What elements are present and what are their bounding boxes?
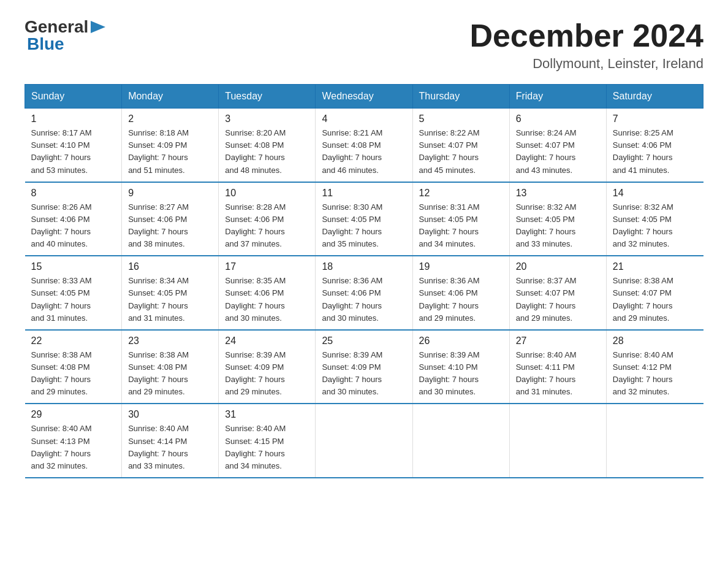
week-row-3: 15 Sunrise: 8:33 AMSunset: 4:05 PMDaylig… <box>25 256 703 330</box>
day-cell: 5 Sunrise: 8:22 AMSunset: 4:07 PMDayligh… <box>412 109 509 182</box>
day-info: Sunrise: 8:32 AMSunset: 4:05 PMDaylight:… <box>613 202 673 248</box>
logo-general-text: General <box>25 18 88 36</box>
day-cell: 21 Sunrise: 8:38 AMSunset: 4:07 PMDaylig… <box>606 256 703 330</box>
day-cell: 25 Sunrise: 8:39 AMSunset: 4:09 PMDaylig… <box>316 330 412 404</box>
header-monday: Monday <box>122 85 219 109</box>
day-info: Sunrise: 8:18 AMSunset: 4:09 PMDaylight:… <box>128 128 189 174</box>
calendar-table: SundayMondayTuesdayWednesdayThursdayFrid… <box>25 84 703 478</box>
day-cell: 23 Sunrise: 8:38 AMSunset: 4:08 PMDaylig… <box>122 330 219 404</box>
day-info: Sunrise: 8:40 AMSunset: 4:12 PMDaylight:… <box>613 350 673 396</box>
day-info: Sunrise: 8:27 AMSunset: 4:06 PMDaylight:… <box>128 202 189 248</box>
day-info: Sunrise: 8:39 AMSunset: 4:09 PMDaylight:… <box>225 350 286 396</box>
day-info: Sunrise: 8:39 AMSunset: 4:09 PMDaylight:… <box>322 350 382 396</box>
day-cell: 16 Sunrise: 8:34 AMSunset: 4:05 PMDaylig… <box>122 256 219 330</box>
header-thursday: Thursday <box>412 85 509 109</box>
day-cell <box>606 404 703 478</box>
day-number: 26 <box>419 335 503 347</box>
day-info: Sunrise: 8:40 AMSunset: 4:15 PMDaylight:… <box>225 424 286 470</box>
day-cell: 28 Sunrise: 8:40 AMSunset: 4:12 PMDaylig… <box>606 330 703 404</box>
day-info: Sunrise: 8:37 AMSunset: 4:07 PMDaylight:… <box>516 276 577 322</box>
day-cell: 18 Sunrise: 8:36 AMSunset: 4:06 PMDaylig… <box>316 256 412 330</box>
month-title: December 2024 <box>469 18 703 53</box>
day-info: Sunrise: 8:28 AMSunset: 4:06 PMDaylight:… <box>225 202 286 248</box>
header-tuesday: Tuesday <box>219 85 316 109</box>
day-info: Sunrise: 8:38 AMSunset: 4:07 PMDaylight:… <box>613 276 673 322</box>
day-cell: 11 Sunrise: 8:30 AMSunset: 4:05 PMDaylig… <box>316 182 412 256</box>
day-number: 2 <box>128 113 212 124</box>
logo-triangle-icon <box>89 18 107 36</box>
day-cell: 9 Sunrise: 8:27 AMSunset: 4:06 PMDayligh… <box>122 182 219 256</box>
day-info: Sunrise: 8:22 AMSunset: 4:07 PMDaylight:… <box>419 128 480 174</box>
day-number: 4 <box>322 113 406 124</box>
day-info: Sunrise: 8:26 AMSunset: 4:06 PMDaylight:… <box>31 202 92 248</box>
day-number: 25 <box>322 335 406 347</box>
day-number: 13 <box>516 188 600 199</box>
day-cell: 3 Sunrise: 8:20 AMSunset: 4:08 PMDayligh… <box>219 109 316 182</box>
day-number: 16 <box>128 261 212 272</box>
day-cell: 12 Sunrise: 8:31 AMSunset: 4:05 PMDaylig… <box>412 182 509 256</box>
day-number: 23 <box>128 335 212 347</box>
day-number: 27 <box>516 335 600 347</box>
day-info: Sunrise: 8:30 AMSunset: 4:05 PMDaylight:… <box>322 202 382 248</box>
day-cell: 14 Sunrise: 8:32 AMSunset: 4:05 PMDaylig… <box>606 182 703 256</box>
day-info: Sunrise: 8:21 AMSunset: 4:08 PMDaylight:… <box>322 128 382 174</box>
logo-blue-text: Blue <box>27 36 107 53</box>
day-number: 30 <box>128 409 212 420</box>
day-info: Sunrise: 8:40 AMSunset: 4:11 PMDaylight:… <box>516 350 577 396</box>
day-info: Sunrise: 8:40 AMSunset: 4:14 PMDaylight:… <box>128 424 189 470</box>
day-cell <box>316 404 412 478</box>
header-friday: Friday <box>509 85 606 109</box>
day-info: Sunrise: 8:34 AMSunset: 4:05 PMDaylight:… <box>128 276 189 322</box>
day-number: 17 <box>225 261 309 272</box>
day-number: 3 <box>225 113 309 124</box>
week-row-1: 1 Sunrise: 8:17 AMSunset: 4:10 PMDayligh… <box>25 109 703 182</box>
day-info: Sunrise: 8:40 AMSunset: 4:13 PMDaylight:… <box>31 424 92 470</box>
day-cell: 17 Sunrise: 8:35 AMSunset: 4:06 PMDaylig… <box>219 256 316 330</box>
day-cell <box>412 404 509 478</box>
day-info: Sunrise: 8:17 AMSunset: 4:10 PMDaylight:… <box>31 128 92 174</box>
day-number: 20 <box>516 261 600 272</box>
week-row-5: 29 Sunrise: 8:40 AMSunset: 4:13 PMDaylig… <box>25 404 703 478</box>
day-cell: 10 Sunrise: 8:28 AMSunset: 4:06 PMDaylig… <box>219 182 316 256</box>
day-info: Sunrise: 8:35 AMSunset: 4:06 PMDaylight:… <box>225 276 286 322</box>
day-number: 12 <box>419 188 503 199</box>
day-info: Sunrise: 8:36 AMSunset: 4:06 PMDaylight:… <box>419 276 480 322</box>
day-number: 29 <box>31 409 116 420</box>
day-number: 21 <box>613 261 697 272</box>
day-info: Sunrise: 8:39 AMSunset: 4:10 PMDaylight:… <box>419 350 480 396</box>
day-number: 7 <box>613 113 697 124</box>
svg-marker-0 <box>91 21 105 33</box>
day-cell: 29 Sunrise: 8:40 AMSunset: 4:13 PMDaylig… <box>25 404 122 478</box>
week-row-4: 22 Sunrise: 8:38 AMSunset: 4:08 PMDaylig… <box>25 330 703 404</box>
day-number: 8 <box>31 188 116 199</box>
day-number: 5 <box>419 113 503 124</box>
title-section: December 2024 Dollymount, Leinster, Irel… <box>469 18 703 72</box>
day-info: Sunrise: 8:38 AMSunset: 4:08 PMDaylight:… <box>128 350 189 396</box>
location-subtitle: Dollymount, Leinster, Ireland <box>469 56 703 72</box>
day-cell <box>509 404 606 478</box>
day-cell: 7 Sunrise: 8:25 AMSunset: 4:06 PMDayligh… <box>606 109 703 182</box>
logo: General Blue <box>25 18 107 53</box>
day-cell: 13 Sunrise: 8:32 AMSunset: 4:05 PMDaylig… <box>509 182 606 256</box>
day-cell: 8 Sunrise: 8:26 AMSunset: 4:06 PMDayligh… <box>25 182 122 256</box>
day-cell: 22 Sunrise: 8:38 AMSunset: 4:08 PMDaylig… <box>25 330 122 404</box>
day-number: 22 <box>31 335 116 347</box>
day-info: Sunrise: 8:32 AMSunset: 4:05 PMDaylight:… <box>516 202 577 248</box>
day-number: 6 <box>516 113 600 124</box>
day-info: Sunrise: 8:38 AMSunset: 4:08 PMDaylight:… <box>31 350 92 396</box>
day-info: Sunrise: 8:20 AMSunset: 4:08 PMDaylight:… <box>225 128 286 174</box>
day-number: 15 <box>31 261 116 272</box>
day-number: 19 <box>419 261 503 272</box>
day-cell: 27 Sunrise: 8:40 AMSunset: 4:11 PMDaylig… <box>509 330 606 404</box>
day-number: 14 <box>613 188 697 199</box>
day-cell: 30 Sunrise: 8:40 AMSunset: 4:14 PMDaylig… <box>122 404 219 478</box>
page-header: General Blue December 2024 Dollymount, L… <box>25 18 703 72</box>
day-number: 11 <box>322 188 406 199</box>
day-cell: 26 Sunrise: 8:39 AMSunset: 4:10 PMDaylig… <box>412 330 509 404</box>
header-saturday: Saturday <box>606 85 703 109</box>
day-cell: 6 Sunrise: 8:24 AMSunset: 4:07 PMDayligh… <box>509 109 606 182</box>
day-info: Sunrise: 8:25 AMSunset: 4:06 PMDaylight:… <box>613 128 673 174</box>
day-cell: 4 Sunrise: 8:21 AMSunset: 4:08 PMDayligh… <box>316 109 412 182</box>
week-row-2: 8 Sunrise: 8:26 AMSunset: 4:06 PMDayligh… <box>25 182 703 256</box>
day-cell: 1 Sunrise: 8:17 AMSunset: 4:10 PMDayligh… <box>25 109 122 182</box>
